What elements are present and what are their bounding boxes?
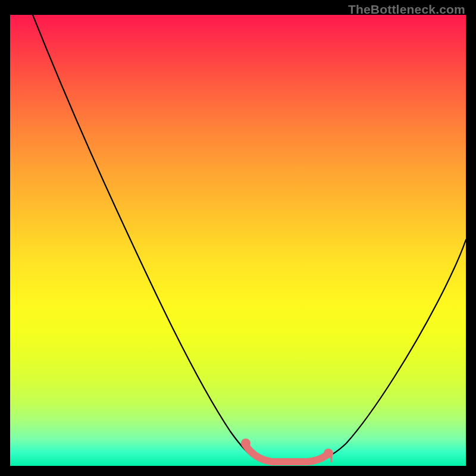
- optimal-range-start-dot: [241, 439, 250, 448]
- curve-layer: [10, 15, 466, 466]
- optimal-range-highlight: [245, 444, 327, 462]
- plot-area: [10, 15, 466, 466]
- axis-tick-right: [331, 455, 333, 462]
- bottleneck-curve: [33, 15, 466, 462]
- chart-stage: TheBottleneck.com: [0, 0, 476, 476]
